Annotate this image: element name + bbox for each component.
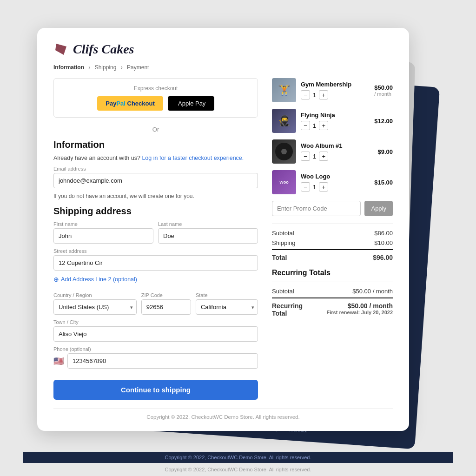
phone-flag-icon: 🇺🇸 (53, 356, 64, 366)
promo-code-input[interactable] (272, 201, 361, 216)
email-input[interactable] (53, 173, 258, 188)
flying-ninja-thumbnail (272, 109, 296, 133)
street-label: Street address (53, 248, 258, 254)
woo-qty-increase[interactable]: + (319, 182, 328, 192)
paypal-checkout-button[interactable]: PayPal Checkout (97, 96, 163, 111)
street-group: Street address (53, 248, 258, 271)
gym-membership-thumbnail (272, 78, 296, 102)
subtotal-row: Subtotal $86.00 (272, 230, 393, 237)
login-prompt: Already have an account with us? Log in … (53, 155, 258, 161)
ninja-qty-control: − 1 + (301, 121, 370, 130)
woo-logo-thumbnail: Woo (272, 170, 296, 194)
email-field-group: Email address (53, 166, 258, 188)
login-link[interactable]: Log in for a faster checkout experience. (142, 155, 244, 161)
apply-promo-button[interactable]: Apply (364, 201, 393, 216)
city-input[interactable] (53, 326, 258, 342)
state-group: State California ▾ (196, 292, 258, 315)
left-panel: Express checkout PayPal Checkout Apple P… (53, 78, 258, 400)
total-label: Total (272, 254, 287, 261)
country-select[interactable]: United States (US) (53, 299, 137, 315)
total-value: $96.00 (373, 254, 393, 261)
ninja-item-price: $12.00 (374, 118, 393, 125)
country-label: Country / Region (53, 292, 137, 298)
paypal-blue-text: Pal (116, 100, 126, 107)
gym-item-price: $50.00 (374, 84, 393, 91)
last-name-label: Last name (158, 221, 258, 227)
gym-qty-increase[interactable]: + (319, 90, 328, 99)
gym-qty-value: 1 (313, 92, 316, 99)
shipping-value: $10.00 (374, 239, 393, 246)
state-select-wrap: California ▾ (196, 299, 258, 315)
gym-qty-control: − 1 + (301, 90, 370, 99)
footer-layer-1: Copyright © 2022, CheckoutWC Demo Store.… (0, 467, 476, 472)
recurring-heading: Recurring Totals (272, 269, 393, 277)
woo-logo-text: Woo (279, 180, 288, 185)
ninja-item-info: Flying Ninja − 1 + (301, 112, 370, 130)
state-label: State (196, 292, 258, 298)
phone-input-row: 🇺🇸 (53, 353, 258, 369)
street-input[interactable] (53, 255, 258, 271)
ninja-qty-increase[interactable]: + (319, 121, 328, 130)
order-item-album: Woo Album #1 − 1 + $9.00 (272, 139, 393, 164)
ninja-qty-decrease[interactable]: − (301, 121, 310, 130)
recurring-total-row: Recurring Total $50.00 / month First ren… (272, 298, 393, 317)
album-qty-increase[interactable]: + (319, 152, 328, 161)
woo-album-image (272, 139, 296, 164)
name-fields-row: First name Last name (53, 221, 258, 244)
store-logo-icon (53, 42, 68, 57)
city-group: Town / City (53, 319, 258, 342)
zip-group: ZIP Code (141, 292, 191, 315)
continue-to-shipping-button[interactable]: Continue to shipping (53, 380, 258, 400)
ninja-item-name: Flying Ninja (301, 112, 370, 119)
phone-group: Phone (optional) 🇺🇸 (53, 346, 258, 369)
woo-qty-decrease[interactable]: − (301, 182, 310, 192)
recurring-subtotal-value: $50.00 / month (352, 288, 393, 295)
main-checkout-card: Clifs Cakes Information › Shipping › Pay… (37, 28, 409, 431)
phone-input[interactable] (67, 353, 258, 369)
or-divider: Or (53, 126, 258, 133)
footer-layer-dark: Copyright © 2022, CheckoutWC Demo Store.… (23, 452, 453, 463)
recurring-subtotal-label: Subtotal (272, 288, 294, 295)
breadcrumb-information: Information (53, 64, 84, 71)
renewal-note: First renewal: July 20, 2022 (327, 310, 393, 315)
zip-input[interactable] (141, 299, 191, 315)
last-name-input[interactable] (158, 228, 258, 244)
phone-label: Phone (optional) (53, 346, 258, 352)
subtotal-label: Subtotal (272, 230, 294, 237)
woo-logo-image: Woo (272, 170, 296, 194)
promo-code-row: Apply (272, 201, 393, 216)
album-item-name: Woo Album #1 (301, 142, 373, 149)
gym-item-price-block: $50.00 / month (374, 84, 393, 97)
album-item-info: Woo Album #1 − 1 + (301, 142, 373, 161)
album-item-price-block: $9.00 (377, 148, 393, 155)
information-heading: Information (53, 139, 258, 150)
first-name-input[interactable] (53, 228, 153, 244)
woo-item-name: Woo Logo (301, 173, 370, 180)
recurring-totals: Subtotal $50.00 / month Recurring Total … (272, 282, 393, 317)
ninja-qty-value: 1 (313, 122, 316, 129)
gym-qty-decrease[interactable]: − (301, 90, 310, 99)
breadcrumb-sep-1: › (88, 64, 90, 71)
country-select-wrap: United States (US) ▾ (53, 299, 137, 315)
album-qty-decrease[interactable]: − (301, 152, 310, 161)
store-header: Clifs Cakes (53, 42, 393, 57)
apple-pay-button[interactable]: Apple Pay (168, 96, 214, 111)
order-item-ninja: Flying Ninja − 1 + $12.00 (272, 109, 393, 133)
state-select[interactable]: California (196, 299, 258, 315)
album-qty-control: − 1 + (301, 152, 373, 161)
woo-qty-control: − 1 + (301, 182, 370, 192)
ninja-item-price-block: $12.00 (374, 118, 393, 125)
gym-item-name: Gym Membership (301, 81, 370, 88)
breadcrumb-sep-2: › (121, 64, 123, 71)
location-row: Country / Region United States (US) ▾ ZI… (53, 292, 258, 315)
svg-marker-0 (55, 44, 66, 55)
woo-qty-value: 1 (313, 184, 316, 191)
breadcrumb-payment: Payment (127, 64, 149, 71)
recurring-total-value-block: $50.00 / month First renewal: July 20, 2… (327, 302, 393, 317)
add-address-line2-link[interactable]: ⊕ Add Address Line 2 (optional) (53, 276, 137, 283)
apple-pay-label: Apple Pay (178, 100, 205, 107)
checkout-text: Checkout (127, 100, 155, 107)
gym-membership-image (272, 78, 296, 102)
flying-ninja-image (272, 109, 296, 133)
first-name-label: First name (53, 221, 153, 227)
